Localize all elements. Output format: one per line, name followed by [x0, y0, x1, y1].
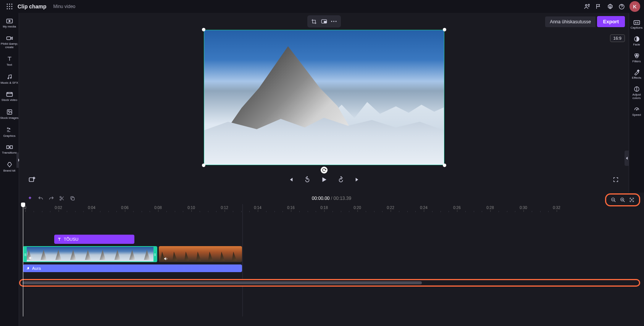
timeline-toolbar: 00:00.00 / 00:13.39	[19, 193, 644, 204]
avatar[interactable]: K	[629, 1, 640, 12]
scrollbar-thumb[interactable]	[23, 281, 422, 284]
stage-top-bar: Anna ühiskasutusse Export	[19, 13, 629, 30]
resize-handle-br[interactable]	[443, 164, 446, 167]
preview-canvas[interactable]	[204, 30, 444, 165]
ruler-tick: 0:10	[187, 206, 195, 210]
clip-audio-label: Aura	[32, 266, 41, 271]
current-time: 00:00.00	[312, 196, 330, 201]
sidebar-item-label: Stock images	[0, 117, 18, 120]
share-button[interactable]: Anna ühiskasutusse	[545, 16, 595, 27]
svg-point-3	[7, 6, 8, 7]
skip-end-icon[interactable]	[352, 174, 363, 185]
step-back-icon[interactable]	[302, 174, 313, 185]
sidebar-item-stock-video[interactable]: Stock video	[0, 89, 19, 106]
resize-handle-tr[interactable]	[443, 28, 446, 31]
ruler-tick: 0:08	[154, 206, 161, 210]
rotate-handle-icon[interactable]	[321, 167, 328, 174]
sidebar-item-stock-images[interactable]: Stock images	[0, 106, 19, 124]
sidebar-item-label: Graphics	[3, 135, 15, 138]
sidebar-item-adjust-colors[interactable]: Adjust colors	[629, 83, 644, 103]
step-forward-icon[interactable]	[336, 174, 346, 185]
svg-point-41	[27, 269, 27, 270]
sidebar-item-brand-kit[interactable]: Brand kit	[0, 159, 19, 177]
redo-icon[interactable]	[47, 194, 56, 203]
svg-point-26	[333, 21, 334, 22]
clip-video-selected[interactable]: || ||	[23, 246, 157, 262]
flag-icon[interactable]	[593, 1, 604, 12]
gear-icon[interactable]	[604, 1, 616, 12]
collaborate-icon[interactable]	[581, 1, 593, 12]
svg-rect-38	[72, 198, 74, 200]
svg-point-35	[636, 109, 637, 110]
duplicate-icon[interactable]	[68, 194, 77, 203]
playback-controls	[19, 174, 629, 185]
sidebar-item-label: Music & SFX	[0, 81, 18, 85]
play-icon[interactable]	[319, 174, 329, 185]
playhead[interactable]	[23, 203, 23, 316]
ruler-tick: 0:28	[486, 206, 494, 210]
sidebar-item-label: Fade	[633, 43, 640, 47]
svg-point-7	[9, 8, 10, 10]
resize-handle-bl[interactable]	[202, 164, 205, 167]
volume-icon[interactable]	[28, 256, 33, 260]
fullscreen-icon[interactable]	[610, 174, 621, 185]
sidebar-item-filters[interactable]: Filters	[629, 50, 644, 66]
svg-point-33	[635, 55, 638, 58]
ruler-tick: 0:30	[520, 206, 527, 210]
sidebar-item-captions[interactable]: Captions	[629, 17, 644, 33]
ruler-tick: 0:24	[420, 206, 427, 210]
resize-handle-tl[interactable]	[202, 28, 205, 31]
help-icon[interactable]	[616, 1, 627, 12]
ruler-tick: 0:22	[387, 206, 394, 210]
right-rail-expand-icon[interactable]	[625, 151, 629, 166]
timecode: 00:00.00 / 00:13.39	[312, 196, 351, 201]
aspect-ratio-badge[interactable]: 16:9	[610, 34, 625, 42]
skip-start-icon[interactable]	[285, 174, 296, 185]
volume-icon[interactable]	[163, 256, 168, 261]
sidebar-item-text[interactable]: Text	[0, 53, 19, 71]
timeline-divider	[242, 204, 243, 316]
more-icon[interactable]	[329, 17, 339, 26]
sidebar-item-transitions[interactable]: Transitions	[0, 141, 19, 159]
magic-select-icon[interactable]	[25, 194, 34, 203]
timeline-ruler[interactable]: 00:020:040:060:080:100:120:140:160:180:2…	[23, 206, 640, 213]
timeline-scrollbar[interactable]	[19, 279, 640, 287]
sidebar-item-label: Pildid &amp; create	[0, 42, 19, 49]
sidebar-item-music[interactable]: Music & SFX	[0, 71, 19, 89]
pip-icon[interactable]	[320, 17, 329, 26]
clip-text[interactable]: TÕUSU	[54, 235, 134, 244]
project-title[interactable]: Minu video	[53, 4, 75, 9]
sidebar-item-my-media[interactable]: My media	[0, 15, 19, 32]
clip-trim-right[interactable]: ||	[153, 247, 157, 261]
brand-title: Clip champ	[18, 3, 46, 10]
crop-icon[interactable]	[310, 17, 319, 26]
clip-text-label: TÕUSU	[64, 237, 79, 242]
sidebar-item-effects[interactable]: Effects	[629, 66, 644, 83]
svg-rect-29	[634, 21, 639, 25]
clip-trim-left[interactable]: ||	[24, 247, 27, 261]
sidebar-item-label: Stock video	[2, 99, 17, 102]
clip-audio[interactable]: Aura	[23, 264, 242, 272]
export-button[interactable]: Export	[597, 16, 625, 27]
ruler-tick: 0:04	[88, 206, 95, 210]
timeline-tracks: TÕUSU || || Aura	[23, 213, 640, 290]
app-launcher-icon[interactable]	[4, 1, 15, 12]
svg-point-19	[8, 110, 9, 112]
right-rail: Captions Fade Filters Effects Adjust col…	[629, 13, 644, 193]
sidebar-item-speed[interactable]: Speed	[629, 103, 644, 120]
zoom-fit-icon[interactable]	[628, 196, 636, 204]
sidebar-item-fade[interactable]: Fade	[629, 33, 644, 50]
left-rail: My media Pildid &amp; create Text Music …	[0, 13, 19, 326]
undo-icon[interactable]	[36, 194, 45, 203]
sidebar-item-record[interactable]: Pildid &amp; create	[0, 32, 19, 53]
svg-point-0	[7, 4, 8, 5]
sidebar-item-graphics[interactable]: Graphics	[0, 124, 19, 142]
svg-rect-14	[6, 37, 11, 40]
preview-frame[interactable]	[204, 30, 444, 165]
split-icon[interactable]	[57, 194, 66, 203]
zoom-out-icon[interactable]	[609, 196, 618, 204]
timeline: 00:00.00 / 00:13.39 00:020:040:060:080:1…	[19, 193, 644, 326]
zoom-in-icon[interactable]	[618, 196, 627, 204]
clip-video[interactable]	[159, 246, 242, 262]
ai-enhance-icon[interactable]	[27, 174, 37, 185]
